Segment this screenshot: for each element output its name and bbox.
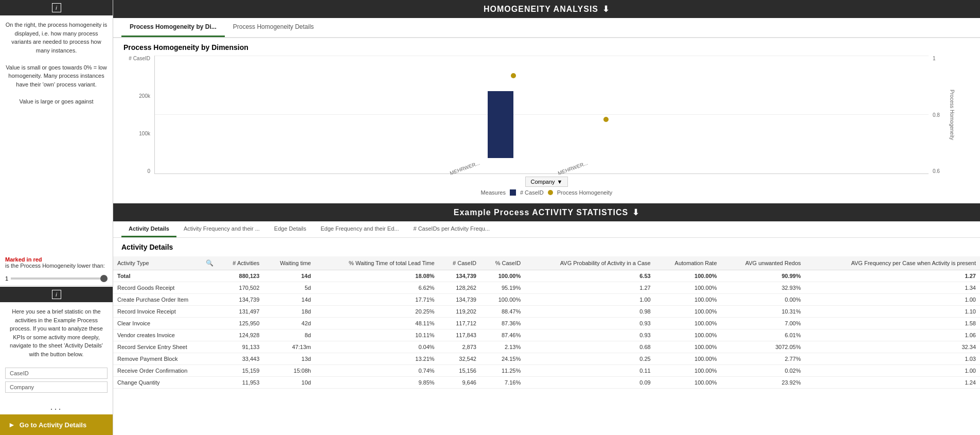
- goto-arrow-icon: ►: [8, 421, 15, 429]
- col-pct-caseid: % CaseID: [480, 256, 525, 270]
- dots-row: ...: [0, 399, 113, 414]
- col-waiting: Waiting time: [263, 256, 315, 270]
- marked-red-section: Marked in red is the Process Homogeneity…: [0, 252, 113, 273]
- activity-table-container: Activity Details Activity Type 🔍 # Activ…: [113, 238, 980, 435]
- activity-download-icon[interactable]: ⬇: [632, 207, 639, 217]
- slider-thumb[interactable]: [100, 275, 108, 282]
- legend-homogeneity-circle: [548, 190, 553, 195]
- left-panel: i On the right, the process homogeneity …: [0, 0, 113, 435]
- homogeneity-tabs: Process Homogeneity by Di... Process Hom…: [113, 18, 980, 38]
- activity-section: Example Process ACTIVITY STATISTICS ⬇ Ac…: [113, 203, 980, 435]
- homogeneity-chart-area: Process Homogeneity by Dimension # CaseI…: [113, 38, 980, 203]
- right-panel: HOMOGENEITY ANALYSIS ⬇ Process Homogenei…: [113, 0, 980, 435]
- col-avg-redos: AVG unwanted Redos: [721, 256, 805, 270]
- chart-legend: Measures # CaseID Process Homogeneity: [123, 189, 970, 196]
- y-axis-right: 1 0.8 0.6 Process Homogeneity: [929, 56, 970, 174]
- col-automation-rate: Automation Rate: [655, 256, 721, 270]
- search-icon[interactable]: 🔍: [206, 259, 213, 267]
- divider-1: [0, 285, 113, 286]
- col-activity-type: Activity Type 🔍: [113, 256, 218, 270]
- slider-bar[interactable]: [11, 277, 108, 280]
- x-label-1: MEHRWER...: [449, 160, 480, 176]
- table-row: Total880,12314d18.08%134,739100.00%6.531…: [113, 270, 980, 282]
- info-header-1: i: [0, 0, 113, 15]
- info-text-2: Here you see a brief statistic on the ac…: [0, 302, 113, 363]
- chart-container: # CaseID 200k 100k 0: [123, 56, 970, 174]
- homogeneity-header: HOMOGENEITY ANALYSIS ⬇: [113, 0, 980, 18]
- tab-homogeneity-details[interactable]: Process Homogeneity Details: [225, 18, 322, 37]
- table-header-row: Activity Type 🔍 # Activities Waiting tim…: [113, 256, 980, 270]
- activity-table-title: Activity Details: [113, 238, 980, 256]
- activity-table: Activity Type 🔍 # Activities Waiting tim…: [113, 256, 980, 389]
- company-dropdown[interactable]: Company ▼: [525, 177, 568, 187]
- filter-caseid[interactable]: CaseID: [5, 368, 108, 379]
- y-axis-left: # CaseID 200k 100k 0: [123, 56, 154, 174]
- tab-homogeneity-by-dimension[interactable]: Process Homogeneity by Di...: [121, 18, 225, 37]
- homogeneity-section: HOMOGENEITY ANALYSIS ⬇ Process Homogenei…: [113, 0, 980, 203]
- goto-activity-details-button[interactable]: ► Go to Activity Details: [0, 414, 113, 435]
- table-row: Change Quantity11,95310d9.85%9,6467.16%0…: [113, 377, 980, 389]
- col-avg-freq: AVG Frequency per Case when Activity is …: [805, 256, 980, 270]
- info-header-2: i: [0, 287, 113, 302]
- table-row: Record Service Entry Sheet91,13347:13m0.…: [113, 341, 980, 353]
- table-row: Remove Payment Block33,44313d13.21%32,54…: [113, 353, 980, 365]
- chevron-down-icon: ▼: [557, 179, 563, 185]
- col-avg-prob: AVG Probability of Activity in a Case: [525, 256, 654, 270]
- info-icon-2: i: [52, 290, 61, 299]
- legend-caseid-square: [510, 189, 516, 196]
- dot-homogeneity-1: [511, 73, 516, 78]
- col-caseid: # CaseID: [439, 256, 480, 270]
- info-text-1: On the right, the process homogeneity is…: [0, 15, 113, 252]
- activity-section-header: Example Process ACTIVITY STATISTICS ⬇: [113, 203, 980, 221]
- dot-homogeneity-2: [603, 117, 609, 122]
- slider-section[interactable]: 1: [0, 273, 113, 284]
- col-pct-waiting: % Waiting Time of total Lead Time: [315, 256, 438, 270]
- table-row: Record Invoice Receipt131,49718d20.25%11…: [113, 306, 980, 318]
- tab-caseids-per-activity[interactable]: # CaseIDs per Activity Frequ...: [406, 221, 497, 237]
- chart-controls: Company ▼: [123, 177, 970, 187]
- table-row: Record Goods Receipt170,5025d6.62%128,26…: [113, 282, 980, 294]
- chart-plot: MEHRWER... MEHRWER...: [154, 56, 929, 174]
- info-icon-1: i: [52, 3, 61, 12]
- table-row: Receive Order Confirmation15,15915:08h0.…: [113, 365, 980, 377]
- tab-activity-frequency[interactable]: Activity Frequency and their ...: [176, 221, 267, 237]
- col-activities: # Activities: [218, 256, 263, 270]
- activity-table-body: Total880,12314d18.08%134,739100.00%6.531…: [113, 270, 980, 389]
- activity-tabs-bar: Activity Details Activity Frequency and …: [113, 221, 980, 238]
- tab-activity-details[interactable]: Activity Details: [121, 221, 176, 237]
- y-axis-right-label: Process Homogeneity: [950, 90, 955, 140]
- chart-title: Process Homogeneity by Dimension: [123, 43, 970, 51]
- download-icon[interactable]: ⬇: [602, 4, 610, 14]
- filter-labels: CaseID Company: [0, 363, 113, 399]
- tab-edge-frequency[interactable]: Edge Frequency and their Ed...: [313, 221, 406, 237]
- bar-mehrwer1: [488, 91, 513, 158]
- table-row: Create Purchase Order Item134,73914d17.7…: [113, 294, 980, 306]
- filter-company[interactable]: Company: [5, 381, 108, 393]
- table-row: Clear Invoice125,95042d48.11%117,71287.3…: [113, 318, 980, 329]
- x-label-2: MEHRWER...: [557, 160, 589, 176]
- table-row: Vendor creates Invoice124,9288d10.11%117…: [113, 329, 980, 341]
- tab-edge-details[interactable]: Edge Details: [267, 221, 313, 237]
